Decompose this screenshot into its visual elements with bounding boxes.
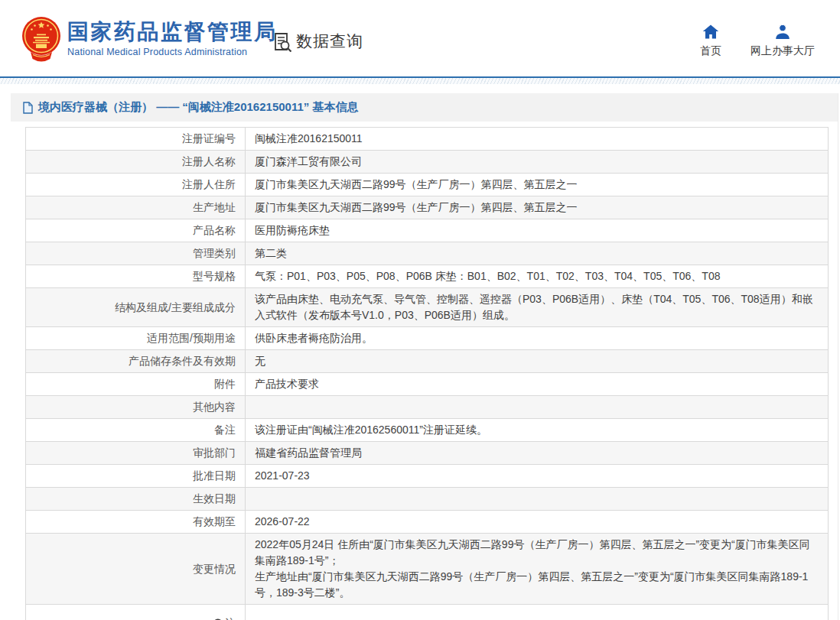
data-query-section[interactable]: 数据查询 — [272, 31, 363, 52]
row-label: 产品名称 — [26, 219, 246, 242]
row-label: 注册人名称 — [26, 151, 246, 174]
content-panel: 境内医疗器械（注册） —— “闽械注准20162150011” 基本信息 注册证… — [11, 93, 838, 620]
data-query-icon — [272, 31, 292, 52]
top-nav: 首页 网上办事大厅 — [700, 24, 815, 58]
table-row: 管理类别 第二类 — [26, 242, 829, 265]
row-value — [246, 396, 829, 419]
table-row: 审批部门 福建省药品监督管理局 — [26, 442, 829, 465]
nav-home-label: 首页 — [700, 44, 721, 58]
page-title: 境内医疗器械（注册） —— “闽械注准20162150011” 基本信息 — [38, 100, 358, 115]
national-emblem-logo[interactable] — [21, 16, 62, 63]
user-icon — [774, 24, 791, 39]
row-label-text: 注 — [225, 615, 236, 620]
row-label: 适用范围/预期用途 — [26, 327, 246, 350]
table-row: 生产地址 厦门市集美区九天湖西二路99号（生产厂房一）第四层、第五层之一 — [26, 196, 829, 219]
row-label: 批准日期 — [26, 465, 246, 488]
row-value: 2022年05月24日 住所由“厦门市集美区九天湖西二路99号（生产厂房一）第四… — [246, 534, 829, 605]
row-value: 厦门森洋工贸有限公司 — [246, 151, 829, 174]
row-value: 厦门市集美区九天湖西二路99号（生产厂房一）第四层、第五层之一 — [246, 174, 829, 196]
row-label: 管理类别 — [26, 242, 246, 265]
table-row: 附件 产品技术要求 — [26, 373, 829, 396]
row-value: 详情 — [246, 605, 829, 620]
table-row: 变更情况 2022年05月24日 住所由“厦门市集美区九天湖西二路99号（生产厂… — [26, 534, 829, 605]
row-value: 产品技术要求 — [246, 373, 829, 396]
row-label: 审批部门 — [26, 442, 246, 465]
row-value: 闽械注准20162150011 — [246, 128, 829, 151]
table-row: 注册人名称 厦门森洋工贸有限公司 — [26, 151, 829, 174]
row-value: 该注册证由“闽械注准20162560011”注册证延续。 — [246, 419, 829, 442]
row-label: 生效日期 — [26, 488, 246, 511]
registration-info-table: 注册证编号 闽械注准20162150011 注册人名称 厦门森洋工贸有限公司 注… — [25, 127, 829, 620]
row-label: 注册人住所 — [26, 174, 246, 196]
row-label: 备注 — [26, 419, 246, 442]
table-row: 注 详情 — [26, 605, 829, 620]
org-name-cn: 国家药品监督管理局 — [67, 20, 278, 44]
row-value: 第二类 — [246, 242, 829, 265]
table-row: 结构及组成/主要组成成分 该产品由床垫、电动充气泵、导气管、控制器、遥控器（P0… — [26, 288, 829, 327]
row-label: 注 — [26, 605, 246, 620]
breadcrumb: 境内医疗器械（注册） —— “闽械注准20162150011” 基本信息 — [11, 93, 838, 122]
row-label: 附件 — [26, 373, 246, 396]
row-label: 生产地址 — [26, 196, 246, 219]
nav-item-service-hall[interactable]: 网上办事大厅 — [750, 24, 815, 58]
row-value: 该产品由床垫、电动充气泵、导气管、控制器、遥控器（P03、P06B适用）、床垫（… — [246, 288, 829, 327]
row-label: 其他内容 — [26, 396, 246, 419]
nav-service-hall-label: 网上办事大厅 — [750, 44, 815, 58]
row-value: 厦门市集美区九天湖西二路99号（生产厂房一）第四层、第五层之一 — [246, 196, 829, 219]
table-row: 生效日期 — [26, 488, 829, 511]
row-value: 医用防褥疮床垫 — [246, 219, 829, 242]
table-row: 注册人住所 厦门市集美区九天湖西二路99号（生产厂房一）第四层、第五层之一 — [26, 174, 829, 196]
org-name-en: National Medical Products Administration — [67, 47, 278, 57]
brand-block: 国家药品监督管理局 National Medical Products Admi… — [67, 20, 278, 57]
row-label: 注册证编号 — [26, 128, 246, 151]
table-row: 其他内容 — [26, 396, 829, 419]
table-row: 批准日期 2021-07-23 — [26, 465, 829, 488]
row-value: 无 — [246, 350, 829, 373]
row-label: 变更情况 — [26, 534, 246, 605]
table-row: 适用范围/预期用途 供卧床患者褥疮防治用。 — [26, 327, 829, 350]
site-header: 国家药品监督管理局 National Medical Products Admi… — [0, 0, 840, 76]
table-row: 型号规格 气泵：P01、P03、P05、P08、P06B 床垫：B01、B02、… — [26, 265, 829, 288]
row-value — [246, 488, 829, 511]
row-label: 有效期至 — [26, 511, 246, 534]
row-value: 福建省药品监督管理局 — [246, 442, 829, 465]
table-row: 注册证编号 闽械注准20162150011 — [26, 128, 829, 151]
row-label: 产品储存条件及有效期 — [26, 350, 246, 373]
table-row: 备注 该注册证由“闽械注准20162560011”注册证延续。 — [26, 419, 829, 442]
row-label: 型号规格 — [26, 265, 246, 288]
table-row: 产品名称 医用防褥疮床垫 — [26, 219, 829, 242]
hatch-texture-band — [0, 78, 840, 84]
home-icon — [702, 24, 719, 39]
table-row: 产品储存条件及有效期 无 — [26, 350, 829, 373]
row-label: 结构及组成/主要组成成分 — [26, 288, 246, 327]
row-value: 供卧床患者褥疮防治用。 — [246, 327, 829, 350]
row-value: 气泵：P01、P03、P05、P08、P06B 床垫：B01、B02、T01、T… — [246, 265, 829, 288]
row-value: 2026-07-22 — [246, 511, 829, 534]
table-row: 有效期至 2026-07-22 — [26, 511, 829, 534]
nav-item-home[interactable]: 首页 — [700, 24, 721, 58]
document-icon — [23, 102, 33, 114]
data-query-label: 数据查询 — [296, 31, 363, 52]
row-value: 2021-07-23 — [246, 465, 829, 488]
